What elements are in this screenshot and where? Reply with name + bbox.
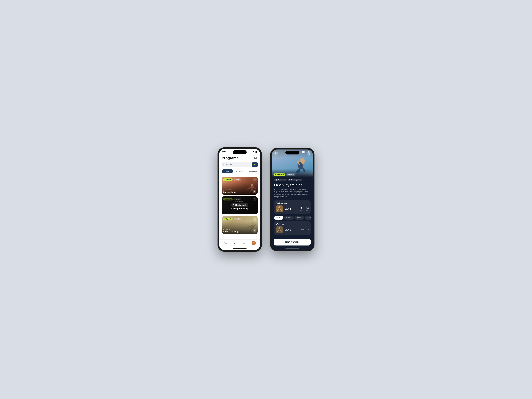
svg-rect-29 — [223, 229, 224, 230]
day1-thumbnail — [276, 226, 283, 233]
detail-bookmark-button[interactable] — [307, 152, 311, 156]
next-workout-label: Next workout — [276, 202, 309, 204]
svg-rect-17 — [235, 202, 235, 202]
card-stretch[interactable]: 1300 points 5 weeks — [222, 216, 258, 234]
status-icons-1: ▐▐▐ ▼ ▐▌ — [249, 151, 257, 152]
detail-title: Flexibility training — [274, 183, 310, 187]
filter-button[interactable] — [252, 162, 258, 167]
points-tag: 1430 points — [223, 178, 233, 181]
nav-home[interactable] — [224, 241, 227, 245]
weeks-tag: 6 weeks — [234, 178, 241, 181]
signal-icon: ▐▐▐ — [249, 151, 252, 152]
search-input-wrap[interactable] — [222, 162, 251, 167]
search-input[interactable] — [226, 162, 249, 167]
svg-point-0 — [223, 164, 225, 165]
lock-icon — [233, 204, 234, 206]
svg-line-1 — [225, 165, 225, 165]
nav-stats[interactable] — [242, 241, 246, 245]
tab-not-started[interactable]: Not started — [234, 169, 247, 173]
svg-rect-14 — [223, 190, 223, 190]
card-plus-button[interactable]: + — [253, 190, 256, 193]
next-workout-button[interactable]: Next workout — [274, 239, 310, 246]
day-row-1[interactable]: Day 1 Finished — [276, 226, 309, 233]
level-icon-detail — [275, 179, 277, 181]
svg-point-62 — [279, 227, 280, 229]
home-indicator-1 — [219, 247, 260, 250]
card-title-3: Stretch training — [223, 230, 238, 233]
home-icon — [224, 241, 227, 245]
workouts-section: Workouts Day 1 Finished — [274, 221, 310, 235]
workout-stats: 35 Min +64 Points — [300, 207, 309, 211]
home-bar-2 — [285, 248, 299, 248]
svg-rect-52 — [276, 180, 276, 181]
next-workout-section: Next workout Day 2 — [274, 200, 310, 214]
svg-rect-53 — [276, 179, 277, 181]
hero-weeks-tag: 6 weeks — [286, 173, 296, 176]
weeks-tabs: Week 1 Week 2 Week 3 Week 4 W... — [274, 216, 310, 220]
nav-profile[interactable] — [252, 241, 256, 245]
programs-icon — [233, 241, 236, 245]
detail-header — [273, 152, 311, 156]
hero-tags: 1430 points 6 weeks — [273, 173, 296, 176]
card-bookmark-3[interactable] — [253, 217, 257, 221]
card-plus-button-3[interactable]: + — [253, 229, 256, 233]
workouts-label: Workouts — [276, 223, 309, 225]
equipment-icon — [289, 179, 291, 181]
svg-point-58 — [278, 208, 281, 212]
header-bookmark-button[interactable] — [253, 156, 258, 160]
level-icon-3 — [223, 229, 224, 230]
workout-day: Day 2 — [285, 208, 298, 210]
card-bookmark[interactable] — [253, 178, 257, 181]
card-top-row-3: 1300 points 5 weeks — [223, 217, 257, 221]
card-strength[interactable]: 1400 points 4 weeks — [222, 196, 258, 214]
stat-min: 35 Min — [300, 207, 302, 211]
card-level-2: Intermediate — [235, 201, 244, 203]
card-info: Advanced Core training — [223, 189, 236, 193]
back-arrow-icon — [275, 153, 277, 155]
week-tab-3[interactable]: Week 3 — [295, 216, 304, 220]
hero-points-tag: 1430 points — [273, 173, 285, 176]
hero-overlay-bottom — [272, 169, 313, 177]
bookmark-icon — [254, 179, 255, 180]
svg-rect-16 — [224, 189, 224, 190]
svg-point-63 — [278, 229, 281, 233]
svg-point-5 — [255, 164, 255, 164]
svg-point-46 — [303, 160, 305, 162]
week-tab-1[interactable]: Week 1 — [274, 216, 284, 220]
search-icon — [223, 164, 225, 165]
status-bar-1: 9:41 ▐▐▐ ▼ ▐▌ — [219, 149, 260, 153]
search-row — [222, 162, 258, 167]
filter-icon — [254, 163, 256, 166]
workout-info: Day 2 — [285, 208, 298, 210]
profile-avatar — [252, 241, 256, 245]
svg-point-39 — [253, 242, 254, 243]
bookmark-icon-3 — [254, 218, 255, 220]
members-overlay: Intermediate Members only Strength train… — [222, 196, 258, 214]
home-indicator-2 — [272, 247, 313, 250]
tab-ongoing[interactable]: On-going — [222, 169, 233, 173]
day1-status: Finished — [301, 229, 309, 231]
svg-line-50 — [288, 175, 288, 175]
nav-programs[interactable] — [233, 241, 236, 245]
phone-1: 9:41 ▐▐▐ ▼ ▐▌ Programs — [217, 147, 262, 252]
card-tags-3: 1300 points 5 weeks — [223, 218, 241, 220]
card-title-2: Strength training — [231, 207, 248, 210]
back-button[interactable] — [273, 152, 278, 156]
dynamic-island-1 — [233, 150, 247, 154]
level-icon — [223, 189, 224, 190]
workout-thumb-image — [276, 205, 283, 212]
svg-point-6 — [254, 165, 255, 165]
day1-thumb-image — [276, 226, 283, 233]
phone-1-screen: 9:41 ▐▐▐ ▼ ▐▌ Programs — [219, 149, 260, 250]
tabs-row: On-going Not started Members — [222, 169, 258, 173]
phone-2: 1430 points 6 weeks 9:41 — [270, 148, 315, 251]
members-badge: Members only — [231, 203, 248, 207]
week-tab-2[interactable]: Week 2 — [284, 216, 294, 220]
week-tab-4[interactable]: Week 4 — [305, 216, 310, 220]
card-bottom: Advanced Core training + — [222, 188, 258, 195]
trophy-icon — [275, 174, 276, 175]
tab-members[interactable]: Members — [247, 169, 258, 173]
avatar-image — [252, 241, 256, 245]
card-core[interactable]: 1430 points 6 weeks — [222, 177, 258, 195]
page-title: Programs — [222, 156, 238, 160]
